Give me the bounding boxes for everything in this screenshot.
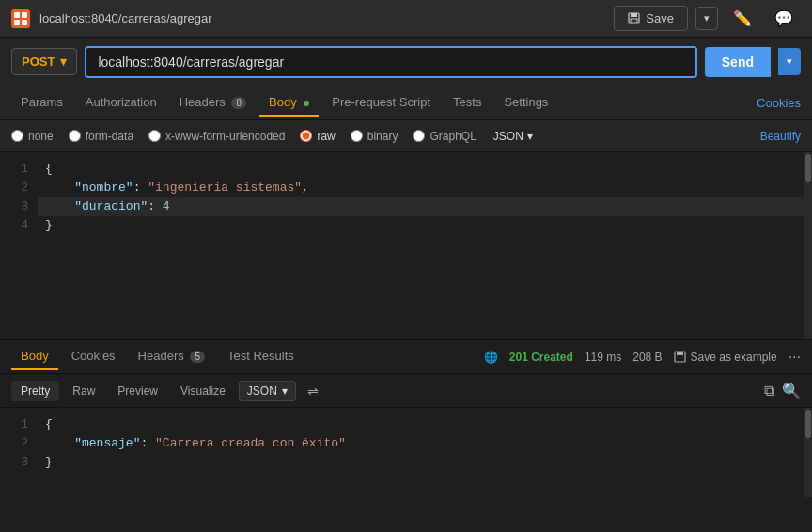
- svg-rect-0: [14, 12, 20, 18]
- response-size: 208 B: [632, 351, 662, 364]
- tab-body[interactable]: Body: [259, 89, 319, 117]
- url-bar: POST ▾ Send ▾: [0, 38, 812, 86]
- filter-icon-button[interactable]: ⇌: [307, 383, 319, 399]
- svg-rect-3: [22, 20, 27, 25]
- tab-headers[interactable]: Headers 8: [170, 89, 256, 117]
- resp-tab-body[interactable]: Body: [11, 343, 58, 370]
- send-button[interactable]: Send: [705, 47, 771, 77]
- response-time: 119 ms: [585, 351, 621, 364]
- body-dot: [304, 101, 309, 106]
- response-line-numbers: 1 2 3: [0, 408, 38, 497]
- view-preview-button[interactable]: Preview: [108, 381, 167, 401]
- option-raw[interactable]: raw: [300, 130, 335, 143]
- app-icon: [11, 9, 30, 28]
- tab-authorization[interactable]: Authorization: [76, 89, 166, 117]
- resp-tab-headers[interactable]: Headers 5: [129, 343, 214, 370]
- titlebar: localhost:8040/carreras/agregar Save ▾ ✏…: [0, 0, 812, 38]
- resp-tab-cookies[interactable]: Cookies: [62, 343, 125, 370]
- save-dropdown-button[interactable]: ▾: [695, 7, 718, 30]
- beautify-button[interactable]: Beautify: [760, 130, 801, 143]
- status-code: 201 Created: [509, 351, 573, 364]
- tab-tests[interactable]: Tests: [444, 89, 491, 117]
- view-raw-button[interactable]: Raw: [63, 381, 104, 401]
- response-json-dropdown[interactable]: JSON ▾: [239, 381, 296, 401]
- resp-tab-test-results[interactable]: Test Results: [218, 343, 304, 370]
- send-dropdown-button[interactable]: ▾: [778, 48, 801, 75]
- resp-headers-badge: 5: [190, 351, 205, 363]
- titlebar-actions: Save ▾ ✏️ 💬: [614, 6, 801, 31]
- svg-rect-5: [631, 13, 637, 17]
- view-options-bar: Pretty Raw Preview Visualize JSON ▾ ⇌ ⧉ …: [0, 374, 812, 408]
- response-editor: 1 2 3 { "mensaje": "Carrera creada con é…: [0, 408, 812, 497]
- option-graphql[interactable]: GraphQL: [413, 130, 476, 143]
- body-options: none form-data x-www-form-urlencoded raw…: [0, 120, 812, 152]
- svg-rect-6: [631, 19, 637, 23]
- response-tabs: Body Cookies Headers 5 Test Results 🌐 20…: [0, 340, 812, 374]
- svg-rect-8: [677, 352, 683, 355]
- option-urlencoded[interactable]: x-www-form-urlencoded: [148, 130, 285, 143]
- comment-icon-button[interactable]: 💬: [767, 6, 801, 31]
- view-actions: ⧉ 🔍: [764, 382, 801, 399]
- option-form-data[interactable]: form-data: [69, 130, 133, 143]
- request-code[interactable]: { "nombre": "ingenieria sistemas", "dura…: [38, 152, 804, 339]
- search-icon-button[interactable]: 🔍: [782, 382, 801, 399]
- option-none[interactable]: none: [11, 130, 54, 143]
- json-type-dropdown[interactable]: JSON ▾: [493, 130, 533, 143]
- request-editor-scrollbar[interactable]: [804, 152, 812, 339]
- headers-badge: 8: [231, 97, 246, 109]
- globe-icon: 🌐: [484, 351, 498, 364]
- svg-rect-1: [22, 12, 27, 18]
- tab-pre-request[interactable]: Pre-request Script: [322, 89, 440, 117]
- url-input[interactable]: [85, 46, 696, 78]
- view-pretty-button[interactable]: Pretty: [11, 381, 59, 401]
- method-select[interactable]: POST ▾: [11, 48, 77, 75]
- request-line-numbers: 1 2 3 4: [0, 152, 38, 339]
- save-button[interactable]: Save: [614, 6, 688, 31]
- tab-params[interactable]: Params: [11, 89, 72, 117]
- response-status: 🌐 201 Created 119 ms 208 B Save as examp…: [484, 349, 801, 366]
- cookies-link[interactable]: Cookies: [757, 96, 801, 110]
- save-example-button[interactable]: Save as example: [674, 351, 777, 364]
- copy-icon-button[interactable]: ⧉: [764, 382, 774, 399]
- titlebar-url: localhost:8040/carreras/agregar: [39, 11, 604, 25]
- response-code[interactable]: { "mensaje": "Carrera creada con éxito" …: [38, 408, 804, 497]
- svg-rect-2: [14, 20, 20, 25]
- more-options-button[interactable]: ···: [789, 349, 801, 366]
- response-editor-scrollbar[interactable]: [804, 408, 812, 497]
- request-tabs: Params Authorization Headers 8 Body Pre-…: [0, 86, 812, 120]
- view-visualize-button[interactable]: Visualize: [171, 381, 235, 401]
- request-editor: 1 2 3 4 { "nombre": "ingenieria sistemas…: [0, 152, 812, 340]
- edit-icon-button[interactable]: ✏️: [726, 6, 759, 31]
- tab-settings[interactable]: Settings: [494, 89, 557, 117]
- option-binary[interactable]: binary: [351, 130, 398, 143]
